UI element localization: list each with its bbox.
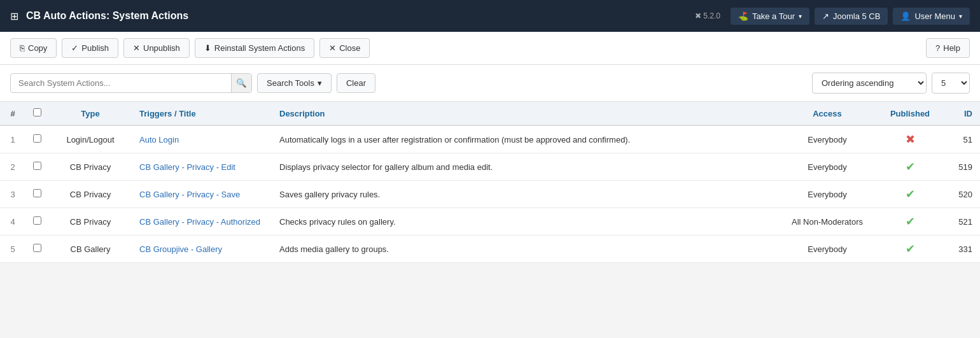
table-header-row: # Type Triggers / Title Description Acce… [0,102,980,125]
times-icon: ✕ [133,43,140,53]
reinstall-button[interactable]: ⬇ Reinstall System Actions [195,38,314,58]
joomla-label: Joomla 5 CB [833,11,880,21]
row-type: Login/Logout [49,125,132,153]
take-tour-button[interactable]: ⛳ Take a Tour ▾ [731,8,809,25]
row-trigger: CB Gallery - Privacy - Edit [132,153,272,181]
row-checkbox[interactable] [33,216,41,225]
search-tools-button[interactable]: Search Tools ▾ [257,73,332,93]
search-input[interactable] [10,73,252,93]
help-label: Help [943,43,960,53]
tour-label: Take a Tour [752,11,795,21]
row-description: Checks privacy rules on gallery. [272,208,776,236]
publish-label: Publish [81,43,109,53]
row-id: 520 [942,181,980,208]
row-checkbox[interactable] [33,162,41,170]
row-num: 2 [0,153,25,181]
unpublish-label: Unpublish [143,43,180,53]
search-bar: 🔍 Search Tools ▾ Clear Ordering ascendin… [0,65,980,102]
user-icon: 👤 [900,11,911,21]
trigger-link[interactable]: CB Gallery - Privacy - Save [139,190,240,199]
row-description: Adds media gallery to groups. [272,236,776,263]
close-icon: ✕ [329,43,336,53]
table-row: 4 CB Privacy CB Gallery - Privacy - Auth… [0,208,980,236]
row-checkbox[interactable] [33,134,41,143]
row-access: All Non-Moderators [776,208,878,236]
row-access: Everybody [776,125,878,153]
search-submit-button[interactable]: 🔍 [231,74,251,92]
ordering-select[interactable]: Ordering ascending [812,73,927,94]
row-checkbox[interactable] [33,189,41,197]
row-checkbox-cell[interactable] [25,125,49,153]
clear-label: Clear [346,78,366,88]
col-header-hash: # [0,102,25,125]
row-description: Displays privacy selector for gallery al… [272,153,776,181]
chevron-down-icon-search: ▾ [318,78,322,88]
check-icon: ✓ [71,43,78,53]
publish-button[interactable]: ✓ Publish [62,38,118,58]
row-description: Automatically logs in a user after regis… [272,125,776,153]
external-link-icon: ↗ [822,11,829,21]
table-container: # Type Triggers / Title Description Acce… [0,102,980,263]
trigger-link[interactable]: CB Groupjive - Gallery [139,244,222,254]
row-published: ✔ [878,236,942,263]
published-check-icon: ✔ [906,215,915,228]
select-all-checkbox[interactable] [33,108,41,116]
published-check-icon: ✔ [906,188,915,201]
help-button[interactable]: ? Help [926,38,970,58]
row-checkbox-cell[interactable] [25,208,49,236]
col-header-access: Access [776,102,878,125]
search-input-wrapper: 🔍 [10,73,252,93]
clear-button[interactable]: Clear [337,73,375,93]
top-bar-right: ✖ 5.2.0 ⛳ Take a Tour ▾ ↗ Joomla 5 CB 👤 … [695,8,970,25]
row-type: CB Privacy [49,208,132,236]
table-row: 5 CB Gallery CB Groupjive - Gallery Adds… [0,236,980,263]
published-check-icon: ✔ [906,160,915,173]
trigger-link[interactable]: Auto Login [139,135,179,144]
col-header-id: ID [942,102,980,125]
row-published: ✔ [878,181,942,208]
close-label: Close [339,43,360,53]
row-published: ✖ [878,125,942,153]
row-num: 3 [0,181,25,208]
user-menu-label: User Menu [914,11,955,21]
per-page-select[interactable]: 5 [932,73,970,94]
row-access: Everybody [776,153,878,181]
published-check-icon: ✔ [906,243,915,255]
col-header-trigger: Triggers / Title [132,102,272,125]
copy-button[interactable]: ⎘ Copy [10,38,57,58]
table-row: 2 CB Privacy CB Gallery - Privacy - Edit… [0,153,980,181]
row-id: 521 [942,208,980,236]
row-description: Saves gallery privacy rules. [272,181,776,208]
close-button[interactable]: ✕ Close [319,38,370,58]
row-checkbox[interactable] [33,244,41,252]
row-type: CB Privacy [49,181,132,208]
download-icon: ⬇ [204,43,211,53]
col-header-type: Type [49,102,132,125]
trigger-link[interactable]: CB Gallery - Privacy - Authorized [139,217,260,227]
col-header-description: Description [272,102,776,125]
joomla-button[interactable]: ↗ Joomla 5 CB [815,8,888,25]
copy-icon: ⎘ [20,43,25,53]
unpublish-button[interactable]: ✕ Unpublish [123,38,190,58]
trigger-link[interactable]: CB Gallery - Privacy - Edit [139,162,235,172]
row-id: 519 [942,153,980,181]
row-access: Everybody [776,181,878,208]
row-access: Everybody [776,236,878,263]
page-title: CB Auto Actions: System Actions [26,10,687,22]
user-menu-button[interactable]: 👤 User Menu ▾ [893,8,970,25]
row-type: CB Gallery [49,236,132,263]
row-type: CB Privacy [49,153,132,181]
unpublished-cross-icon: ✖ [906,133,915,146]
tour-icon: ⛳ [738,11,748,21]
search-tools-label: Search Tools [267,78,314,88]
version-badge: ✖ 5.2.0 [695,11,720,20]
row-trigger: Auto Login [132,125,272,153]
chevron-down-icon: ▾ [799,13,802,20]
row-checkbox-cell[interactable] [25,153,49,181]
row-checkbox-cell[interactable] [25,236,49,263]
help-icon: ? [935,43,940,53]
row-id: 51 [942,125,980,153]
row-checkbox-cell[interactable] [25,181,49,208]
grid-icon: ⊞ [10,10,18,22]
row-id: 331 [942,236,980,263]
